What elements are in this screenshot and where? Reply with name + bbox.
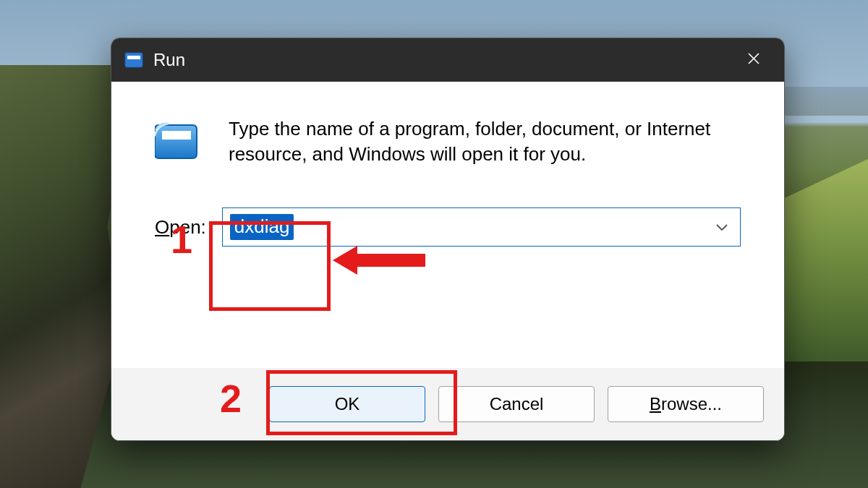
landscape-meadow — [781, 159, 868, 361]
run-large-icon — [155, 119, 201, 160]
open-input-value[interactable]: dxdiag — [230, 214, 294, 240]
chevron-down-icon — [714, 219, 730, 235]
cancel-button-label: Cancel — [490, 394, 544, 414]
browse-button-label: Browse... — [650, 394, 722, 414]
svg-rect-0 — [125, 53, 142, 67]
titlebar[interactable]: Run — [111, 38, 784, 82]
run-dialog: Run — [111, 38, 785, 441]
dialog-button-row: OK Cancel Browse... — [111, 368, 784, 440]
combobox-dropdown-button[interactable] — [714, 219, 730, 235]
cancel-button[interactable]: Cancel — [438, 386, 595, 422]
dialog-title: Run — [153, 50, 185, 70]
run-app-icon — [124, 52, 143, 68]
dialog-description: Type the name of a program, folder, docu… — [229, 116, 741, 167]
browse-button[interactable]: Browse... — [608, 386, 764, 422]
dialog-body: Type the name of a program, folder, docu… — [111, 82, 784, 368]
open-combobox[interactable]: dxdiag — [222, 207, 741, 247]
close-icon — [746, 51, 761, 69]
open-label: Open: — [155, 216, 206, 239]
ok-button-label: OK — [335, 394, 360, 414]
svg-rect-2 — [162, 131, 191, 140]
close-button[interactable] — [736, 43, 771, 77]
desktop-background: Run — [0, 0, 868, 488]
svg-rect-1 — [127, 56, 140, 59]
ok-button[interactable]: OK — [269, 386, 425, 422]
